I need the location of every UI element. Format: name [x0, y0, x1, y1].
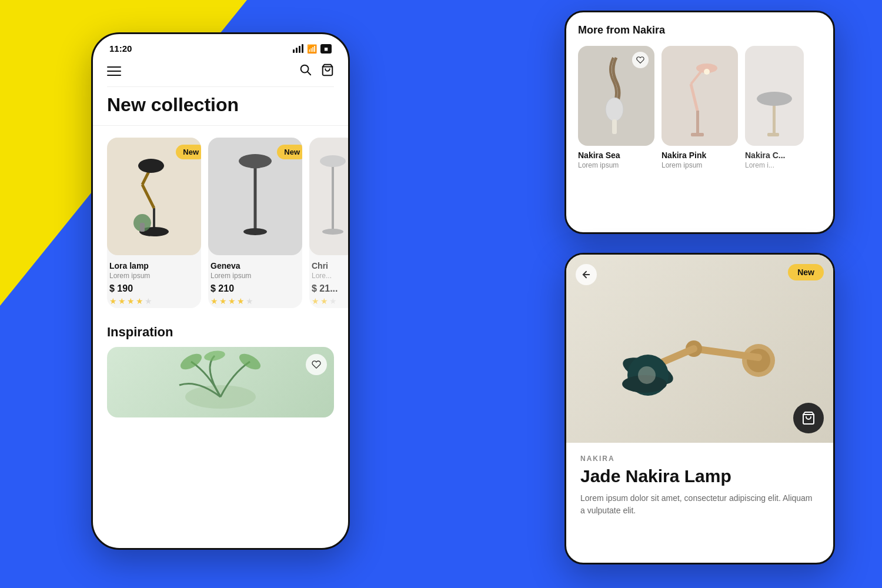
product-info-geneva: Geneva Lorem ipsum $ 210 ★ ★ ★ ★ ★: [208, 255, 302, 308]
battery-icon: ■: [320, 44, 332, 54]
nav-right-icons: [299, 63, 334, 79]
more-desc-c: Lorem i...: [745, 161, 821, 169]
star-3: ★: [127, 296, 135, 306]
pink-lamp-svg: [670, 52, 729, 140]
more-card-sea[interactable]: Nakira Sea Lorem ipsum: [578, 46, 654, 169]
svg-rect-9: [140, 223, 145, 232]
product-detail-info: NAKIRA Jade Nakira Lamp Lorem ipsum dolo…: [566, 443, 833, 529]
star-g2: ★: [219, 296, 227, 306]
more-name-sea: Nakira Sea: [578, 151, 654, 160]
product-detail-name: Jade Nakira Lamp: [580, 466, 819, 486]
product-image-lora: New: [107, 138, 201, 255]
svg-rect-22: [696, 111, 699, 134]
product-name-chri: Chri: [312, 261, 348, 270]
product-card-geneva[interactable]: New Geneva Lorem ipsum $ 210: [208, 138, 302, 308]
svg-rect-23: [691, 133, 704, 136]
more-card-c[interactable]: Nakira C... Lorem i...: [745, 46, 821, 169]
jade-lamp-illustration: [600, 266, 800, 431]
products-list: New: [93, 131, 348, 315]
more-heart-sea[interactable]: [632, 52, 649, 68]
product-desc-chri: Lore...: [312, 272, 348, 280]
lamp-illustration-geneva: [223, 149, 288, 243]
nav-bar: [93, 58, 348, 86]
phone-more-nakira: More from Nakira Nakira Sea Lorem ips: [564, 11, 835, 234]
product-name-lora: Lora lamp: [109, 261, 199, 270]
product-info-lora: Lora lamp Lorem ipsum $ 190 ★ ★ ★ ★ ★: [107, 255, 201, 308]
product-desc-lora: Lorem ipsum: [109, 272, 199, 280]
product-stars-chri: ★ ★ ★: [312, 296, 348, 306]
star-c3: ★: [329, 296, 337, 306]
lamp-illustration-chri: [312, 149, 348, 243]
star-c2: ★: [320, 296, 328, 306]
product-name-geneva: Geneva: [211, 261, 300, 270]
svg-point-15: [320, 155, 346, 167]
badge-new-detail: New: [788, 264, 824, 280]
back-button[interactable]: [576, 264, 597, 285]
svg-point-20: [606, 98, 623, 121]
status-bar: 11:20 📶 ■: [93, 34, 348, 58]
star-g1: ★: [211, 296, 218, 306]
star-1: ★: [109, 296, 117, 306]
page-title: New collection: [93, 87, 348, 126]
more-products-list: Nakira Sea Lorem ipsum Nakira Pi: [578, 46, 821, 169]
badge-new-lora: New: [176, 145, 201, 159]
product-desc-geneva: Lorem ipsum: [211, 272, 300, 280]
more-desc-pink: Lorem ipsum: [662, 161, 738, 169]
svg-rect-29: [767, 133, 779, 136]
more-name-c: Nakira C...: [745, 151, 821, 160]
svg-point-11: [243, 228, 267, 235]
star-g4: ★: [237, 296, 245, 306]
more-image-pink: [662, 46, 738, 146]
more-image-c: [745, 46, 804, 146]
menu-button[interactable]: [107, 66, 121, 76]
product-stars-geneva: ★ ★ ★ ★ ★: [211, 296, 300, 306]
more-title: More from Nakira: [578, 24, 821, 36]
product-image-geneva: New: [208, 138, 302, 255]
phone-product-detail: New: [564, 253, 835, 564]
svg-line-4: [142, 185, 154, 208]
product-image-chri: [309, 138, 348, 255]
svg-point-14: [322, 229, 343, 235]
more-image-sea: [578, 46, 654, 146]
inspiration-heart-button[interactable]: [306, 354, 327, 375]
star-2: ★: [118, 296, 126, 306]
svg-point-19: [203, 350, 226, 362]
badge-new-geneva: New: [277, 145, 302, 159]
product-stars-lora: ★ ★ ★ ★ ★: [109, 296, 199, 306]
product-detail-image: New: [566, 255, 833, 443]
product-price-geneva: $ 210: [211, 283, 300, 294]
search-button[interactable]: [299, 63, 312, 79]
status-icons: 📶 ■: [293, 44, 332, 54]
phone-main: 11:20 📶 ■: [91, 32, 350, 550]
svg-rect-21: [612, 119, 617, 134]
product-card-chri[interactable]: Chri Lore... $ 21... ★ ★ ★: [309, 138, 348, 308]
product-detail-description: Lorem ipsum dolor sit amet, consectetur …: [580, 492, 819, 517]
time-display: 11:20: [109, 44, 132, 54]
inspiration-plant: [162, 350, 279, 415]
star-c1: ★: [312, 296, 319, 306]
inspiration-image: [107, 347, 334, 417]
product-info-chri: Chri Lore... $ 21... ★ ★ ★: [309, 255, 348, 308]
svg-point-27: [704, 69, 710, 75]
more-name-pink: Nakira Pink: [662, 151, 738, 160]
lamp-illustration-lora: [119, 149, 189, 243]
more-desc-sea: Lorem ipsum: [578, 161, 654, 169]
product-card-lora[interactable]: New: [107, 138, 201, 308]
svg-line-1: [308, 72, 310, 75]
svg-line-24: [691, 84, 697, 111]
cart-button[interactable]: [321, 64, 334, 79]
product-price-chri: $ 21...: [312, 283, 348, 294]
more-card-pink[interactable]: Nakira Pink Lorem ipsum: [662, 46, 738, 169]
cart-fab-button[interactable]: [793, 403, 824, 433]
lamp-c-svg: [748, 52, 801, 140]
product-price-lora: $ 190: [109, 283, 199, 294]
star-g5: ★: [246, 296, 253, 306]
wifi-icon: 📶: [307, 44, 317, 54]
svg-point-39: [638, 366, 656, 384]
star-5: ★: [145, 296, 152, 306]
inspiration-title: Inspiration: [93, 315, 348, 347]
signal-icon: [293, 44, 303, 53]
brand-label: NAKIRA: [580, 455, 819, 463]
star-g3: ★: [228, 296, 236, 306]
star-4: ★: [136, 296, 143, 306]
